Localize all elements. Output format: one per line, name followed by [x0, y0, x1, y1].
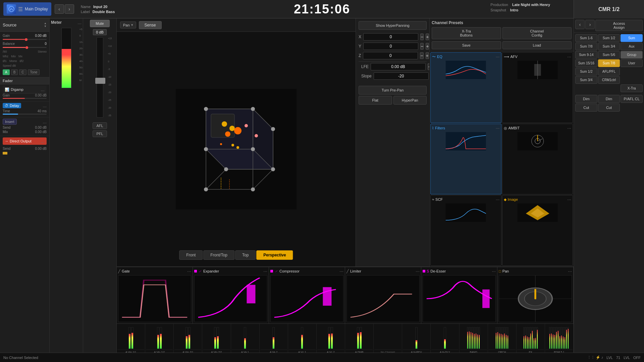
mute-button[interactable]: Mute: [90, 20, 109, 27]
source-selector[interactable]: Source ▲ ▼: [0, 18, 49, 32]
lfe-input[interactable]: [371, 63, 426, 70]
bus-aflpfl[interactable]: AFL/PFL: [598, 68, 620, 75]
insert-button[interactable]: Insert: [3, 119, 17, 125]
afv-ellipsis[interactable]: ···: [567, 54, 571, 59]
pafl-cl-button[interactable]: P/AFL CL: [621, 95, 643, 103]
delay-slider[interactable]: [3, 114, 47, 115]
flat-button[interactable]: Flat: [359, 96, 392, 105]
pfl-button[interactable]: PFL: [93, 130, 107, 137]
afl-button[interactable]: AFL: [93, 122, 107, 129]
fader-track[interactable]: [97, 37, 103, 118]
bus-sum56[interactable]: Sum 5/6: [598, 51, 620, 59]
limiter-ellipsis[interactable]: ···: [416, 268, 420, 274]
compressor-ellipsis[interactable]: ···: [339, 268, 343, 274]
right-nav-forward-button[interactable]: ›: [585, 20, 595, 29]
source-arrow[interactable]: ▲ ▼: [44, 22, 47, 28]
view-perspective-button[interactable]: Perspective: [256, 250, 293, 260]
balance-slider[interactable]: [3, 47, 47, 48]
digamp-ellipsis[interactable]: ...: [41, 87, 45, 92]
cmr-label: CMR 1/2: [574, 0, 644, 18]
diamond-icon: ◆: [504, 197, 506, 202]
view-top-button[interactable]: Top: [235, 250, 256, 260]
z-plus-button[interactable]: +: [426, 52, 429, 59]
x-plus-button[interactable]: +: [426, 34, 429, 40]
filters-ellipsis[interactable]: ···: [496, 125, 500, 131]
nav-back-button[interactable]: ‹: [55, 4, 64, 14]
turn-pre-pan-button[interactable]: Turn Pre-Pan: [359, 86, 427, 95]
slope-input[interactable]: [374, 72, 429, 80]
bus-group[interactable]: Group: [621, 51, 643, 59]
cut-button-2[interactable]: Cut: [598, 104, 620, 112]
bus-sum914[interactable]: Sum 9-14: [575, 51, 597, 59]
pan-label: Pan: [123, 23, 130, 27]
image-ellipsis[interactable]: ···: [567, 197, 571, 202]
fader-panel: Mute 0 dB +15 +10 +5 0 -5 -10 -15 -20 -2…: [83, 18, 117, 362]
y-minus-button[interactable]: −: [420, 43, 424, 50]
bus-sum16[interactable]: Sum 1-6: [575, 34, 597, 42]
pan-selector[interactable]: Pan ▾: [120, 21, 136, 28]
bus-aux[interactable]: Aux: [621, 43, 643, 50]
direct-output-button[interactable]: → Direct Output ...: [3, 137, 47, 145]
scale-60: 60-: [79, 72, 83, 75]
meter-bar-fill: [62, 49, 71, 88]
meter-ellipsis[interactable]: ...: [77, 20, 82, 25]
bus-sum12[interactable]: Sum 1/2: [598, 34, 620, 42]
pan-module-ellipsis[interactable]: ···: [568, 268, 572, 274]
view-fronttop-button[interactable]: Front/Top: [203, 250, 234, 260]
x-input[interactable]: [363, 33, 418, 41]
z-minus-button[interactable]: −: [420, 52, 423, 59]
y-plus-button[interactable]: +: [426, 43, 429, 50]
expander-ellipsis[interactable]: ···: [263, 268, 267, 274]
cube-svg: [176, 89, 297, 209]
digamp-gain-slider[interactable]: [3, 98, 47, 99]
insert-ellipsis[interactable]: ...: [43, 119, 47, 124]
tab-a[interactable]: A: [3, 69, 10, 75]
delay-ellipsis[interactable]: ...: [43, 103, 47, 108]
presets-xtra-button[interactable]: X-TraButtons: [432, 27, 501, 39]
show-hyper-panning-button[interactable]: Show HyperPanning: [359, 21, 427, 30]
eq-chart: [432, 61, 500, 79]
menu-icon[interactable]: ☰: [18, 6, 23, 12]
svg-rect-53: [482, 290, 490, 308]
cut-button-1[interactable]: Cut: [575, 104, 597, 112]
delay-button[interactable]: ⏱ Delay: [3, 103, 21, 108]
bus-xtra[interactable]: X-Tra: [621, 84, 643, 92]
bus-sum12b[interactable]: Sum 1/2: [575, 68, 597, 75]
bus-sum78[interactable]: Sum 7/8: [575, 43, 597, 50]
hyper-pan-button[interactable]: HyperPan: [393, 96, 427, 105]
direct-output-ellipsis[interactable]: ...: [41, 138, 45, 144]
view-front-button[interactable]: Front: [179, 250, 203, 260]
scf-ellipsis[interactable]: ···: [496, 197, 500, 202]
channel-config-button[interactable]: ChannelConfig: [502, 27, 572, 39]
sense-button[interactable]: Sense: [139, 21, 162, 29]
bus-user[interactable]: User: [621, 59, 643, 67]
bus-sum34b[interactable]: Sum 3/4: [575, 76, 597, 84]
tab-tone[interactable]: Tone: [28, 69, 40, 75]
gain-slider[interactable]: [3, 39, 47, 40]
ambit-ellipsis[interactable]: ···: [567, 125, 571, 131]
deesser-ellipsis[interactable]: ···: [492, 268, 496, 274]
z-input[interactable]: [363, 52, 418, 59]
svg-point-22: [229, 126, 235, 131]
bus-crm1ctrl[interactable]: CRM1ctrl: [598, 76, 620, 84]
y-input[interactable]: [363, 43, 418, 50]
presets-load-button[interactable]: Load: [502, 41, 572, 49]
presets-save-button[interactable]: Save: [432, 41, 501, 49]
bus-sum[interactable]: Sum: [621, 34, 643, 42]
bus-sum1516[interactable]: Sum 15/16: [575, 59, 597, 67]
tab-c[interactable]: C: [19, 69, 26, 75]
eq-ellipsis[interactable]: ···: [496, 54, 500, 59]
access-assign-button[interactable]: AccessAssign: [595, 20, 643, 31]
right-nav-back-button[interactable]: ‹: [575, 20, 585, 29]
dim-button-2[interactable]: Dim: [598, 95, 620, 103]
eq-name: EQ: [437, 55, 442, 59]
tab-b[interactable]: B: [11, 69, 18, 75]
fader-handle[interactable]: [95, 78, 105, 84]
gate-ellipsis[interactable]: ···: [187, 268, 191, 274]
dim-button-1[interactable]: Dim: [575, 95, 597, 103]
bus-sum78b[interactable]: Sum 7/8: [598, 59, 620, 67]
x-minus-button[interactable]: −: [420, 34, 424, 40]
bus-sum34[interactable]: Sum 3/4: [598, 43, 620, 50]
logo[interactable]: ☰ Main Display: [3, 2, 51, 16]
nav-forward-button[interactable]: ›: [65, 4, 74, 14]
